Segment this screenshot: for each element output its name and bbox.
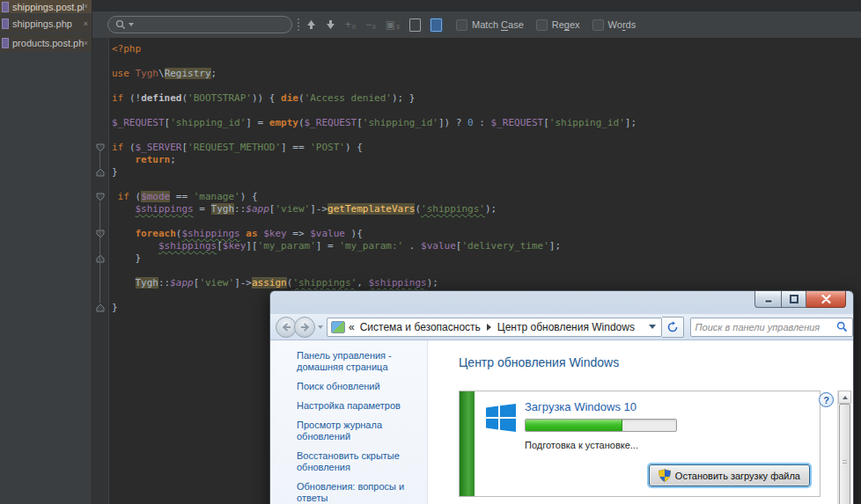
vertical-scrollbar[interactable]	[837, 391, 851, 504]
filter-results-icon[interactable]	[409, 18, 421, 32]
match-case-checkbox[interactable]	[456, 19, 467, 31]
sidebar-link-3[interactable]: Настройка параметров	[297, 400, 409, 412]
address-dropdown-caret-icon[interactable]	[649, 325, 656, 329]
stop-download-button[interactable]: Остановить загрузку файла	[649, 464, 810, 486]
match-case-toggle[interactable]: Match Case	[456, 19, 524, 31]
close-button[interactable]	[806, 291, 846, 308]
code-line-9[interactable]: if ($_SERVER['REQUEST_METHOD'] == 'POST'…	[112, 142, 861, 154]
match-case-label: Match Case	[472, 19, 524, 30]
scroll-up-button[interactable]	[838, 391, 851, 404]
next-occurrence-icon[interactable]	[326, 19, 335, 30]
tab-label: products.post.php	[12, 38, 84, 48]
editor-tab-shippings.php[interactable]: shippings.php×	[0, 15, 92, 33]
windows-update-window: « Система и безопасность Центр обновлени…	[269, 290, 854, 504]
search-in-selection-icon[interactable]	[430, 18, 442, 32]
code-line-6[interactable]	[112, 105, 861, 117]
regex-label: Regex	[552, 19, 580, 30]
code-line-1[interactable]: <?php	[112, 43, 861, 55]
progress-bar	[525, 419, 677, 432]
refresh-button[interactable]	[662, 317, 684, 338]
regex-toggle[interactable]: Regex	[536, 19, 580, 31]
fold-range-line	[99, 201, 100, 303]
sidebar-link-4[interactable]: Просмотр журнала обновлений	[297, 420, 409, 442]
tab-close-icon[interactable]: ×	[84, 20, 88, 28]
recent-pages-caret-icon[interactable]	[318, 325, 323, 329]
forward-button[interactable]	[294, 317, 315, 338]
main-pane: Центр обновления Windows Загрузка Window…	[428, 340, 853, 504]
code-line-11[interactable]: }	[112, 166, 861, 179]
remove-occurrence-icon[interactable]: −II	[365, 19, 376, 30]
code-line-4[interactable]	[112, 80, 861, 92]
find-input[interactable]	[107, 16, 292, 33]
code-line-18[interactable]: }	[112, 252, 861, 265]
progress-status: Подготовка к установке...	[525, 440, 638, 450]
breadcrumb-item-windows-update[interactable]: Центр обновления Windows	[497, 321, 635, 333]
maximize-button[interactable]	[782, 291, 806, 308]
progress-fill	[526, 420, 622, 431]
sidebar-link-2[interactable]: Поиск обновлений	[297, 381, 409, 392]
minimize-button[interactable]	[754, 291, 782, 308]
regex-checkbox[interactable]	[536, 19, 548, 31]
update-panel: Загрузка Windows 10 Подготовка к установ…	[459, 391, 821, 497]
fold-end-icon[interactable]	[96, 168, 105, 177]
search-history-caret-icon[interactable]	[129, 23, 134, 26]
navigation-bar: « Система и безопасность Центр обновлени…	[270, 314, 853, 340]
sidebar-link-1[interactable]: Панель управления - домашняя страница	[297, 350, 409, 373]
prev-occurrence-icon[interactable]	[306, 19, 316, 30]
editor-tab-products.post.php[interactable]: products.post.php×	[0, 34, 92, 52]
editor-tab-list: shippings.post.php×shippings.php×product…	[0, 0, 92, 504]
sidebar-link-6[interactable]: Обновления: вопросы и ответы	[297, 481, 409, 504]
tab-close-icon[interactable]: ×	[84, 40, 88, 47]
code-line-3[interactable]: use Tygh\Registry;	[112, 68, 861, 80]
screen: +II −II ▣II Match Case Regex Words shipp…	[0, 0, 861, 504]
search-icon[interactable]	[836, 321, 848, 332]
window-titlebar[interactable]	[270, 291, 853, 314]
back-arrow-icon	[282, 323, 291, 332]
breadcrumb-collapsed[interactable]: «	[349, 321, 355, 333]
stop-download-label: Остановить загрузку файла	[675, 471, 800, 481]
add-occurrence-icon[interactable]: +II	[345, 19, 356, 30]
sidebar-link-5[interactable]: Восстановить скрытые обновления	[297, 450, 409, 473]
code-line-10[interactable]: return;	[112, 154, 861, 166]
scrollbar-grip-icon	[843, 460, 847, 465]
php-file-icon	[2, 38, 9, 48]
code-line-2[interactable]	[112, 55, 861, 68]
code-line-19[interactable]	[112, 265, 861, 277]
code-line-17[interactable]: $shippings[$key]['my_param'] = 'my_param…	[112, 240, 861, 252]
code-line-5[interactable]: if (!defined('BOOTSTRAP')) { die('Access…	[112, 92, 861, 105]
fold-collapse-icon[interactable]	[96, 143, 105, 152]
fold-end-icon[interactable]	[96, 303, 105, 312]
words-checkbox[interactable]	[592, 19, 604, 31]
window-content: Панель управления - домашняя страницаПои…	[270, 340, 853, 504]
scrollbar-thumb[interactable]	[839, 404, 850, 504]
find-toolbar: +II −II ▣II Match Case Regex Words	[92, 11, 861, 38]
editor-tab-shippings.post.php[interactable]: shippings.post.php×	[0, 0, 92, 13]
code-line-8[interactable]	[112, 129, 861, 142]
code-line-7[interactable]: $_REQUEST['shipping_id'] = empty($_REQUE…	[112, 117, 861, 129]
control-panel-search-input[interactable]: Поиск в панели управления	[690, 318, 853, 337]
address-bar[interactable]: « Система и безопасность Центр обновлени…	[327, 318, 662, 337]
fold-collapse-icon[interactable]	[96, 193, 105, 201]
refresh-icon	[666, 321, 679, 333]
help-icon[interactable]: ?	[819, 392, 834, 407]
fold-range-line	[99, 152, 100, 168]
code-line-20[interactable]: Tygh::$app['view']->assign('shippings', …	[112, 277, 861, 289]
fold-collapse-icon[interactable]	[96, 230, 105, 238]
breadcrumb-item-system-security[interactable]: Система и безопасность	[360, 321, 481, 333]
php-file-icon	[2, 2, 9, 12]
code-line-13[interactable]: if ($mode == 'manage') {	[112, 191, 861, 203]
code-line-14[interactable]: $shippings = Tygh::$app['view']->getTemp…	[112, 203, 861, 215]
words-toggle[interactable]: Words	[592, 19, 637, 31]
code-line-12[interactable]	[112, 179, 861, 191]
tab-close-icon[interactable]: ×	[84, 3, 88, 11]
fold-end-icon[interactable]	[96, 254, 105, 263]
code-line-16[interactable]: foreach($shippings as $key => $value ){	[112, 228, 861, 240]
select-all-occurrences-icon[interactable]: ▣II	[386, 19, 400, 30]
breadcrumb-separator-icon[interactable]	[487, 324, 491, 331]
code-line-15[interactable]	[112, 215, 861, 228]
tasks-sidebar: Панель управления - домашняя страницаПои…	[270, 340, 428, 504]
uac-shield-icon	[659, 469, 671, 482]
search-icon	[115, 19, 126, 30]
control-panel-icon	[331, 321, 345, 333]
php-file-icon	[2, 18, 9, 29]
